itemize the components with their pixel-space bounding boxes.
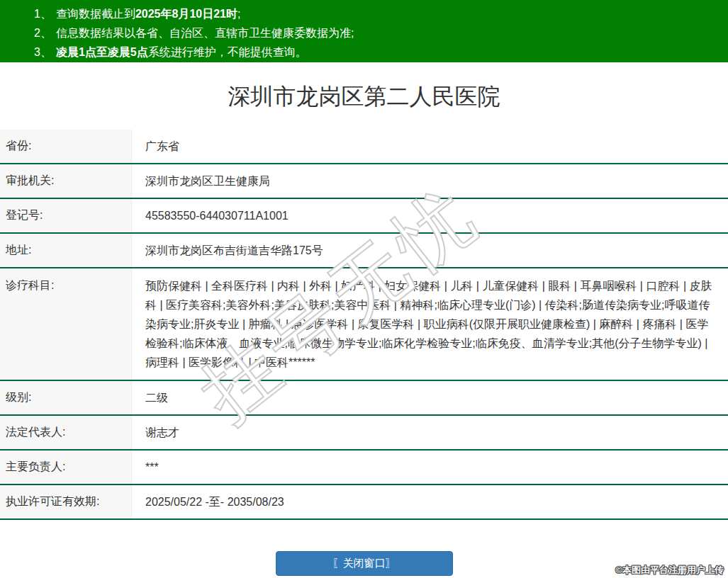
close-window-button[interactable]: 〖关闭窗口〗: [276, 551, 453, 576]
row-value: 广东省: [132, 137, 728, 156]
row-label: 省份:: [0, 130, 132, 163]
notice-line-3: 3、凌晨1点至凌晨5点系统进行维护，不能提供查询。: [0, 42, 728, 62]
table-row-approval-authority: 审批机关: 深圳市龙岗区卫生健康局: [0, 164, 728, 199]
row-label: 法定代表人:: [0, 416, 132, 449]
notice-text: 查询数据截止到: [56, 8, 135, 20]
row-label: 执业许可证有效期:: [0, 485, 132, 518]
notice-number: 3、: [34, 46, 52, 58]
notice-text-bold: 2025年8月10日21时: [135, 8, 237, 20]
row-label: 级别:: [0, 381, 132, 414]
notice-text: 信息数据结果以各省、自治区、直辖市卫生健康委数据为准;: [56, 27, 354, 39]
notice-text-bold: 凌晨1点至凌晨5点: [56, 46, 148, 58]
row-value: 深圳市龙岗区卫生健康局: [132, 171, 728, 191]
notice-line-1: 1、查询数据截止到2025年8月10日21时;: [0, 4, 728, 23]
hospital-title: 深圳市龙岗区第二人民医院: [0, 62, 728, 112]
table-row-legal-representative: 法定代表人: 谢志才: [0, 416, 728, 450]
notice-text: 系统进行维护，不能提供查询。: [148, 46, 307, 58]
row-value: 45583550-644030711A1001: [132, 206, 728, 225]
table-row-medical-departments: 诊疗科目: 预防保健科 | 全科医疗科 | 内科 | 外科 | 妇产科 | 妇女…: [0, 268, 728, 381]
notice-text: ;: [237, 8, 240, 20]
row-value: 二级: [132, 388, 728, 407]
row-label: 审批机关:: [0, 164, 132, 198]
table-row-province: 省份: 广东省: [0, 130, 728, 164]
hospital-info-table: 省份: 广东省 审批机关: 深圳市龙岗区卫生健康局 登记号: 45583550-…: [0, 130, 728, 520]
notice-banner: 1、查询数据截止到2025年8月10日21时; 2、信息数据结果以各省、自治区、…: [0, 0, 728, 62]
row-value: 深圳市龙岗区布吉街道吉华路175号: [132, 241, 728, 260]
notice-number: 2、: [34, 27, 52, 39]
table-row-level: 级别: 二级: [0, 381, 728, 416]
table-row-registration-number: 登记号: 45583550-644030711A1001: [0, 199, 728, 234]
table-row-main-person-in-charge: 主要负责人: ***: [0, 450, 728, 485]
row-value: 谢志才: [132, 423, 728, 442]
row-label: 诊疗科目:: [0, 268, 132, 380]
row-value: 2025/05/22 -至- 2035/08/23: [132, 492, 728, 511]
row-value: 预防保健科 | 全科医疗科 | 内科 | 外科 | 妇产科 | 妇女保健科 | …: [132, 276, 728, 372]
row-label: 主要负责人:: [0, 450, 132, 484]
table-row-license-validity: 执业许可证有效期: 2025/05/22 -至- 2035/08/23: [0, 485, 728, 520]
row-label: 登记号:: [0, 199, 132, 232]
row-label: 地址:: [0, 234, 132, 267]
hospital-detail-page: 1、查询数据截止到2025年8月10日21时; 2、信息数据结果以各省、自治区、…: [0, 0, 728, 578]
notice-number: 1、: [34, 8, 52, 20]
notice-line-2: 2、信息数据结果以各省、自治区、直辖市卫生健康委数据为准;: [0, 23, 728, 42]
table-row-address: 地址: 深圳市龙岗区布吉街道吉华路175号: [0, 234, 728, 268]
upload-credit-watermark: ©本图由平台注册用户上传: [615, 564, 724, 577]
row-value: ***: [132, 458, 728, 477]
